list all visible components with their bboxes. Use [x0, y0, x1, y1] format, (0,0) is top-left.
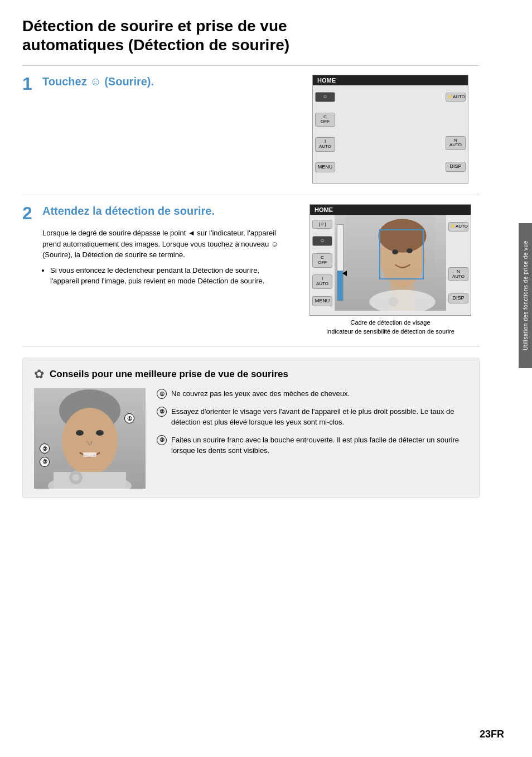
cam2-coff-btn[interactable]: COFF — [312, 253, 332, 268]
cam2-right-buttons: ⚡AUTO NAUTO DISP — [446, 215, 471, 311]
cam2-face-center — [335, 215, 446, 311]
cam2-body: [☺] ☺ COFF ÏAUTO MENU — [310, 215, 471, 311]
cam1-nauto-btn[interactable]: NAUTO — [446, 136, 466, 151]
step2-divider — [22, 346, 480, 346]
caption-indicator: Indicateur de sensibilité de détection d… — [301, 328, 480, 335]
tips-item-1: ① Ne couvrez pas les yeux avec des mèche… — [157, 388, 468, 399]
page-number: 23FR — [480, 729, 504, 740]
tips-text-1: Ne couvrez pas les yeux avec des mèches … — [171, 388, 350, 399]
cam1-menu-btn[interactable]: MENU — [315, 162, 335, 172]
cam1-iauto-btn[interactable]: ÏAUTO — [315, 137, 335, 152]
step2-para1: Lorsque le degré de sourire dépasse le p… — [42, 228, 290, 261]
tips-num-1: ① — [157, 389, 167, 399]
cam2-smile-btn[interactable]: ☺ — [312, 236, 332, 246]
tips-text-3: Faites un sourire franc avec la bouche e… — [171, 435, 468, 456]
tips-title: Conseils pour une meilleure prise de vue… — [50, 369, 288, 380]
cam1-center — [337, 85, 443, 179]
tips-item-3: ③ Faites un sourire franc avec la bouche… — [157, 435, 468, 456]
cam1-body: ☺ COFF ÏAUTO MENU ⚡AUTO NAUTO DISP — [313, 85, 468, 179]
step1-camera-mockup: HOME ☺ COFF ÏAUTO MENU ⚡AUTO — [312, 75, 468, 184]
svg-point-7 — [389, 297, 398, 306]
cam1-smile-btn[interactable]: ☺ — [315, 92, 335, 102]
cam2-home-bar: HOME — [310, 205, 471, 215]
step1-header: 1 Touchez ☺ (Sourire). — [22, 75, 290, 93]
cam1-right-buttons: ⚡AUTO NAUTO DISP — [443, 85, 468, 179]
step2-number: 2 — [22, 204, 38, 222]
cam1-sauto-btn[interactable]: ⚡AUTO — [446, 93, 466, 102]
cam2-disp-btn[interactable]: DISP — [448, 293, 468, 303]
tips-icon: ✿ — [34, 367, 44, 382]
smile-indicator-arrow — [342, 271, 347, 276]
step2-section: 2 Attendez la détection de sourire. Lors… — [22, 204, 480, 335]
step2-captions: Cadre de détection de visage Indicateur … — [301, 319, 480, 335]
step1-left: 1 Touchez ☺ (Sourire). — [22, 75, 290, 184]
step2-body: Lorsque le degré de sourire dépasse le p… — [42, 228, 290, 287]
cam1-disp-btn[interactable]: DISP — [446, 162, 466, 172]
step1-section: 1 Touchez ☺ (Sourire). HOME ☺ COFF ÏAUTO… — [22, 75, 480, 184]
step2-bullet1: Si vous enfoncez le déclencheur pendant … — [50, 265, 290, 287]
cam2-iauto-btn[interactable]: ÏAUTO — [312, 274, 332, 289]
caption-face-detect: Cadre de détection de visage — [301, 319, 480, 326]
tips-text-2: Essayez d'orienter le visage vers l'avan… — [171, 406, 468, 428]
face-markers: ① ② ③ — [34, 388, 146, 489]
step2-header: 2 Attendez la détection de sourire. — [22, 204, 290, 222]
tips-item-2: ② Essayez d'orienter le visage vers l'av… — [157, 406, 468, 428]
tips-section: ✿ Conseils pour une meilleure prise de v… — [22, 358, 480, 498]
page-content: Détection de sourire et prise de vue aut… — [0, 0, 502, 515]
cam2-left-buttons: [☺] ☺ COFF ÏAUTO MENU — [310, 215, 335, 311]
face-marker-3: ③ — [40, 457, 50, 467]
cam2-menu-btn[interactable]: MENU — [312, 296, 332, 306]
face-detect-box — [379, 229, 424, 279]
tips-num-2: ② — [157, 407, 167, 417]
step1-title: Touchez ☺ (Sourire). — [42, 75, 154, 88]
tips-list: ① Ne couvrez pas les yeux avec des mèche… — [157, 388, 468, 489]
page-title: Détection de sourire et prise de vue aut… — [22, 17, 480, 54]
cam1-left-buttons: ☺ COFF ÏAUTO MENU — [313, 85, 337, 179]
face-marker-1: ① — [124, 413, 134, 423]
step1-camera-ui: HOME ☺ COFF ÏAUTO MENU ⚡AUTO — [301, 75, 480, 184]
face-marker-2: ② — [40, 443, 50, 454]
tips-header: ✿ Conseils pour une meilleure prise de v… — [34, 367, 468, 382]
cam2-nauto-btn[interactable]: NAUTO — [448, 267, 468, 282]
cam1-coff-btn[interactable]: COFF — [315, 113, 335, 127]
step2-left: 2 Attendez la détection de sourire. Lors… — [22, 204, 290, 335]
smile-indicator — [337, 224, 344, 301]
step2-camera-container: HOME [☺] ☺ COFF ÏAUTO MENU — [301, 204, 480, 335]
cam2-sauto-btn[interactable]: ⚡AUTO — [448, 222, 468, 232]
step1-divider — [22, 195, 480, 195]
title-divider — [22, 65, 480, 66]
step1-number: 1 — [22, 75, 38, 93]
step2-bullets: Si vous enfoncez le déclencheur pendant … — [42, 265, 290, 287]
tips-face-image: ① ② ③ — [34, 388, 146, 489]
tips-num-3: ③ — [157, 435, 167, 445]
cam1-home-bar: HOME — [313, 75, 468, 85]
side-tab: Utilisation des fonctions de prise de vu… — [519, 223, 532, 368]
step2-camera-mockup: HOME [☺] ☺ COFF ÏAUTO MENU — [309, 204, 471, 316]
cam2-smile-overlay-btn[interactable]: [☺] — [312, 220, 332, 229]
step2-title: Attendez la détection de sourire. — [42, 204, 215, 218]
tips-content: ① ② ③ ① Ne couvrez pas les yeux avec des… — [34, 388, 468, 489]
